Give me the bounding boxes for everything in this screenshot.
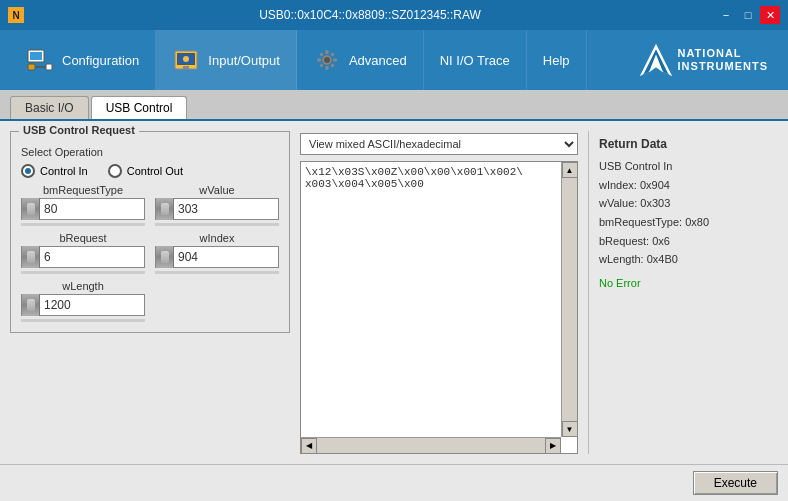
textarea-content: \x12\x03S\x00Z\x00\x00\x001\x002\ x003\x… [301, 162, 577, 433]
panel-content: USB Control Request Select Operation Con… [0, 121, 788, 464]
ni-logo-line1: NATIONAL [678, 47, 768, 60]
return-item-3: bmRequestType: 0x80 [599, 213, 768, 232]
close-button[interactable]: ✕ [760, 6, 780, 24]
w-length-value: 1200 [40, 298, 144, 312]
w-index-label: wIndex [155, 232, 279, 244]
return-item-0: USB Control In [599, 157, 768, 176]
b-request-knob [22, 246, 40, 268]
svg-rect-18 [330, 52, 334, 56]
radio-control-out-circle [108, 164, 122, 178]
return-item-1: wIndex: 0x904 [599, 176, 768, 195]
return-item-5: wLength: 0x4B0 [599, 250, 768, 269]
io-label: Input/Output [208, 53, 280, 68]
field-b-request: bRequest 6 [21, 232, 145, 274]
tab-bar: Basic I/O USB Control [0, 90, 788, 121]
svg-rect-4 [28, 64, 35, 70]
w-value-slider [155, 223, 279, 226]
return-data-title: Return Data [599, 137, 768, 151]
svg-point-10 [183, 56, 189, 62]
svg-point-12 [324, 57, 330, 63]
window-controls: − □ ✕ [716, 6, 780, 24]
w-index-value: 904 [174, 250, 278, 264]
app-icon: N [8, 7, 24, 23]
content-area: Basic I/O USB Control USB Control Reques… [0, 90, 788, 501]
toolbar-item-help[interactable]: Help [527, 30, 587, 90]
left-section: USB Control Request Select Operation Con… [10, 131, 290, 454]
group-title: USB Control Request [19, 124, 139, 136]
svg-rect-20 [330, 63, 334, 67]
svg-rect-6 [46, 64, 52, 70]
radio-control-in-circle [21, 164, 35, 178]
svg-text:N: N [12, 10, 19, 21]
help-label: Help [543, 53, 570, 68]
w-length-input[interactable]: 1200 [21, 294, 145, 316]
tab-usb-control[interactable]: USB Control [91, 96, 188, 119]
maximize-button[interactable]: □ [738, 6, 758, 24]
execute-button[interactable]: Execute [693, 471, 778, 495]
toolbar-item-advanced[interactable]: Advanced [297, 30, 424, 90]
title-bar: N USB0::0x10C4::0x8809::SZ012345::RAW − … [0, 0, 788, 30]
svg-rect-14 [325, 66, 328, 70]
scroll-bar-right: ▲ ▼ [561, 162, 577, 437]
scroll-left-arrow[interactable]: ◀ [301, 438, 317, 454]
toolbar: Configuration Input/Output [0, 30, 788, 90]
toolbar-item-ni-io-trace[interactable]: NI I/O Trace [424, 30, 527, 90]
w-length-knob [22, 294, 40, 316]
ni-logo: NATIONAL INSTRUMENTS [628, 42, 778, 78]
scroll-right-arrow[interactable]: ▶ [545, 438, 561, 454]
radio-group: Control In Control Out [21, 164, 279, 178]
view-dropdown-row: View mixed ASCII/hexadecimalView as hexa… [300, 133, 578, 155]
return-items: USB Control In wIndex: 0x904 wValue: 0x3… [599, 157, 768, 269]
window-title: USB0::0x10C4::0x8809::SZ012345::RAW [24, 8, 716, 22]
w-index-input[interactable]: 904 [155, 246, 279, 268]
b-request-slider [21, 271, 145, 274]
svg-rect-3 [30, 52, 42, 60]
ni-io-trace-label: NI I/O Trace [440, 53, 510, 68]
scroll-down-arrow[interactable]: ▼ [562, 421, 578, 437]
svg-rect-16 [333, 59, 337, 62]
svg-rect-11 [183, 66, 189, 69]
svg-rect-19 [319, 63, 323, 67]
field-w-value: wValue 303 [155, 184, 279, 226]
bm-request-type-input[interactable]: 80 [21, 198, 145, 220]
w-value-input[interactable]: 303 [155, 198, 279, 220]
b-request-value: 6 [40, 250, 144, 264]
radio-control-in-label: Control In [40, 165, 88, 177]
usb-control-request-group: USB Control Request Select Operation Con… [10, 131, 290, 333]
svg-rect-13 [325, 50, 328, 54]
bm-request-type-value: 80 [40, 202, 144, 216]
advanced-label: Advanced [349, 53, 407, 68]
tab-basic-io[interactable]: Basic I/O [10, 96, 89, 119]
minimize-button[interactable]: − [716, 6, 736, 24]
bm-request-type-knob [22, 198, 40, 220]
svg-rect-17 [319, 52, 323, 56]
radio-control-in[interactable]: Control In [21, 164, 88, 178]
toolbar-item-io[interactable]: Input/Output [156, 30, 297, 90]
field-bm-request-type: bmRequestType 80 [21, 184, 145, 226]
bm-request-type-label: bmRequestType [21, 184, 145, 196]
configuration-icon [26, 46, 54, 74]
w-value-knob [156, 198, 174, 220]
return-status: No Error [599, 277, 768, 289]
field-w-index: wIndex 904 [155, 232, 279, 274]
view-select[interactable]: View mixed ASCII/hexadecimalView as hexa… [300, 133, 578, 155]
radio-control-out[interactable]: Control Out [108, 164, 183, 178]
w-index-knob [156, 246, 174, 268]
select-operation: Select Operation Control In Control Out [21, 138, 279, 178]
main-content: Basic I/O USB Control USB Control Reques… [0, 90, 788, 501]
middle-section: View mixed ASCII/hexadecimalView as hexa… [300, 131, 578, 454]
w-length-slider [21, 319, 145, 322]
data-textarea[interactable]: \x12\x03S\x00Z\x00\x00\x001\x002\ x003\x… [300, 161, 578, 454]
bottom-bar: Execute [0, 464, 788, 501]
return-item-4: bRequest: 0x6 [599, 232, 768, 251]
b-request-input[interactable]: 6 [21, 246, 145, 268]
scroll-bar-bottom: ◀ ▶ [301, 437, 561, 453]
field-w-length: wLength 1200 [21, 280, 145, 322]
return-data-panel: Return Data USB Control In wIndex: 0x904… [588, 131, 778, 454]
scroll-up-arrow[interactable]: ▲ [562, 162, 578, 178]
w-length-label: wLength [21, 280, 145, 292]
toolbar-item-configuration[interactable]: Configuration [10, 30, 156, 90]
w-value-label: wValue [155, 184, 279, 196]
radio-control-out-label: Control Out [127, 165, 183, 177]
b-request-label: bRequest [21, 232, 145, 244]
